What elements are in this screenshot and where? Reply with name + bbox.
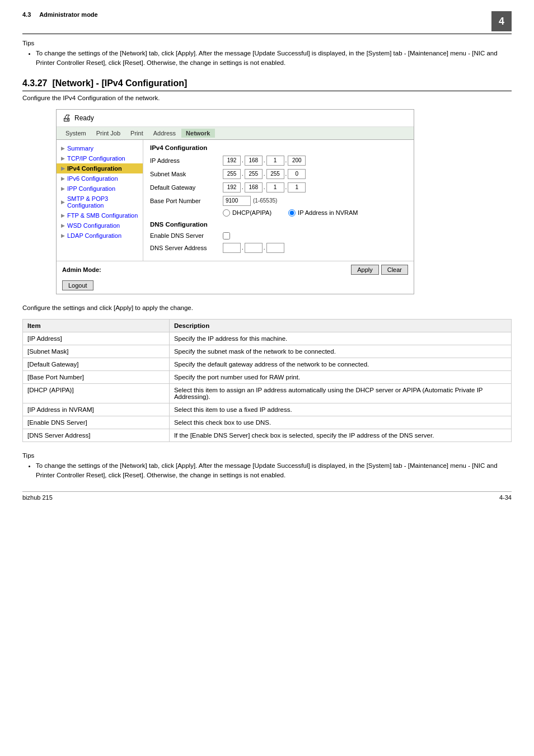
- sidebar-item-ipv4[interactable]: ▶ IPv4 Configuration: [57, 163, 143, 173]
- top-tips-section: Tips To change the settings of the [Netw…: [22, 40, 512, 68]
- bottom-tips-list: To change the settings of the [Network] …: [22, 461, 512, 481]
- ipv4-section-title: IPv4 Configuration: [150, 144, 407, 151]
- table-cell-desc: Specify the subnet mask of the network t…: [169, 345, 511, 358]
- tab-network[interactable]: Network: [181, 129, 214, 138]
- bottom-tips-label: Tips: [22, 452, 512, 459]
- tab-address[interactable]: Address: [149, 129, 180, 138]
- subnet-field-3[interactable]: [266, 169, 284, 179]
- nvram-label: IP Address in NVRAM: [298, 209, 358, 216]
- base-port-input[interactable]: [223, 196, 251, 206]
- table-row: [IP Address in NVRAM]Select this item to…: [23, 403, 512, 416]
- table-col-item: Item: [23, 319, 170, 332]
- dns-field-1[interactable]: [223, 243, 241, 253]
- sidebar-item-ldap[interactable]: ▶ LDAP Configuration: [57, 231, 143, 241]
- section-description: Configure the IPv4 Configuration of the …: [22, 95, 512, 101]
- ip-address-label: IP Address: [150, 157, 223, 164]
- gateway-field-4[interactable]: [288, 182, 306, 192]
- gateway-field-2[interactable]: [245, 182, 263, 192]
- sidebar-item-tcpip[interactable]: ▶ TCP/IP Configuration: [57, 153, 143, 163]
- arrow-icon-ipp: ▶: [61, 186, 65, 191]
- enable-dns-checkbox[interactable]: [223, 232, 230, 240]
- page-header: 4.3 Administrator mode 4: [22, 11, 512, 34]
- section-main-title: 4.3.27 [Network] - [IPv4 Configuration]: [22, 78, 512, 91]
- arrow-icon-summary: ▶: [61, 145, 65, 151]
- table-cell-item: [Subnet Mask]: [23, 345, 170, 358]
- table-cell-desc: If the [Enable DNS Server] check box is …: [169, 429, 511, 442]
- dns-address-row: DNS Server Address . .: [150, 243, 407, 253]
- enable-dns-row: Enable DNS Server: [150, 232, 407, 240]
- table-cell-item: [DNS Server Address]: [23, 429, 170, 442]
- dns-field-3[interactable]: [266, 243, 284, 253]
- printer-content-area: ▶ Summary ▶ TCP/IP Configuration ▶ IPv4 …: [57, 140, 414, 261]
- sidebar-item-ipp[interactable]: ▶ IPP Configuration: [57, 184, 143, 194]
- dns-section-title: DNS Configuration: [150, 221, 407, 228]
- printer-footer: Admin Mode: Apply Clear: [57, 261, 414, 278]
- table-cell-desc: Select this item to use a fixed IP addre…: [169, 403, 511, 416]
- sidebar-item-smtp[interactable]: ▶ SMTP & POP3 Configuration: [57, 194, 143, 210]
- sidebar-item-ftpsmb[interactable]: ▶ FTP & SMB Configuration: [57, 210, 143, 220]
- clear-button[interactable]: Clear: [381, 265, 408, 275]
- subnet-field-1[interactable]: [223, 169, 241, 179]
- footer-buttons: Apply Clear: [351, 265, 408, 275]
- tab-system[interactable]: System: [61, 129, 91, 138]
- table-cell-item: [IP Address in NVRAM]: [23, 403, 170, 416]
- sidebar-item-summary[interactable]: ▶ Summary: [57, 143, 143, 153]
- subnet-field-2[interactable]: [245, 169, 263, 179]
- ip-field-1[interactable]: [223, 156, 241, 166]
- tab-print[interactable]: Print: [126, 129, 148, 138]
- nvram-radio-label[interactable]: IP Address in NVRAM: [288, 209, 358, 217]
- subnet-dot-3: .: [285, 171, 287, 177]
- header-section-label: 4.3 Administrator mode: [22, 11, 98, 18]
- ip-field-3[interactable]: [266, 156, 284, 166]
- dhcp-radio-label[interactable]: DHCP(APIPA): [223, 209, 271, 217]
- subnet-mask-fields: . . .: [223, 169, 306, 179]
- arrow-icon-ipv6: ▶: [61, 176, 65, 181]
- admin-mode-label: Admin Mode:: [62, 266, 101, 273]
- sidebar-item-wsd[interactable]: ▶ WSD Configuration: [57, 220, 143, 231]
- gateway-fields: . . .: [223, 182, 306, 192]
- table-row: [Enable DNS Server]Select this check box…: [23, 416, 512, 429]
- subnet-dot-2: .: [264, 171, 265, 177]
- dns-field-2[interactable]: [245, 243, 263, 253]
- dhcp-radio[interactable]: [223, 209, 230, 217]
- ip-address-fields: . . .: [223, 156, 306, 166]
- subnet-dot-1: .: [242, 171, 243, 177]
- printer-main-panel: IPv4 Configuration IP Address . . . Subn…: [143, 140, 414, 261]
- gateway-field-1[interactable]: [223, 182, 241, 192]
- base-port-hint: (1-65535): [253, 198, 277, 204]
- ip-field-4[interactable]: [288, 156, 306, 166]
- ip-field-2[interactable]: [245, 156, 263, 166]
- dns-dot-1: .: [242, 245, 243, 251]
- apply-button[interactable]: Apply: [351, 265, 379, 275]
- table-col-desc: Description: [169, 319, 511, 332]
- section-title-header: Administrator mode: [39, 11, 98, 18]
- gateway-field-3[interactable]: [266, 182, 284, 192]
- gateway-dot-3: .: [285, 184, 287, 190]
- table-cell-item: [IP Address]: [23, 332, 170, 345]
- printer-icon: 🖨: [62, 113, 71, 123]
- table-cell-item: [DHCP (APIPA)]: [23, 383, 170, 403]
- table-cell-item: [Default Gateway]: [23, 358, 170, 370]
- page-footer: bizhub 215 4-34: [22, 491, 512, 501]
- bottom-tips-section: Tips To change the settings of the [Netw…: [22, 452, 512, 481]
- subnet-mask-label: Subnet Mask: [150, 171, 223, 177]
- default-gateway-label: Default Gateway: [150, 184, 223, 191]
- ip-dot-2: .: [264, 157, 265, 163]
- dns-dot-2: .: [264, 245, 265, 251]
- sidebar-item-ipv6[interactable]: ▶ IPv6 Configuration: [57, 173, 143, 184]
- base-port-row: Base Port Number (1-65535): [150, 196, 407, 206]
- printer-ui-header: 🖨 Ready: [57, 110, 414, 127]
- nvram-radio[interactable]: [288, 209, 296, 217]
- table-cell-desc: Select this item to assign an IP address…: [169, 383, 511, 403]
- logout-button[interactable]: Logout: [62, 280, 93, 290]
- subnet-mask-row: Subnet Mask . . .: [150, 169, 407, 179]
- section-main-heading: [Network] - [IPv4 Configuration]: [52, 78, 187, 88]
- arrow-icon-smtp: ▶: [61, 199, 65, 205]
- dns-address-fields: . .: [223, 243, 284, 253]
- tab-print-job[interactable]: Print Job: [92, 129, 125, 138]
- default-gateway-row: Default Gateway . . .: [150, 182, 407, 192]
- table-cell-item: [Base Port Number]: [23, 370, 170, 383]
- table-row: [DNS Server Address]If the [Enable DNS S…: [23, 429, 512, 442]
- subnet-field-4[interactable]: [288, 169, 306, 179]
- arrow-icon-tcpip: ▶: [61, 156, 65, 161]
